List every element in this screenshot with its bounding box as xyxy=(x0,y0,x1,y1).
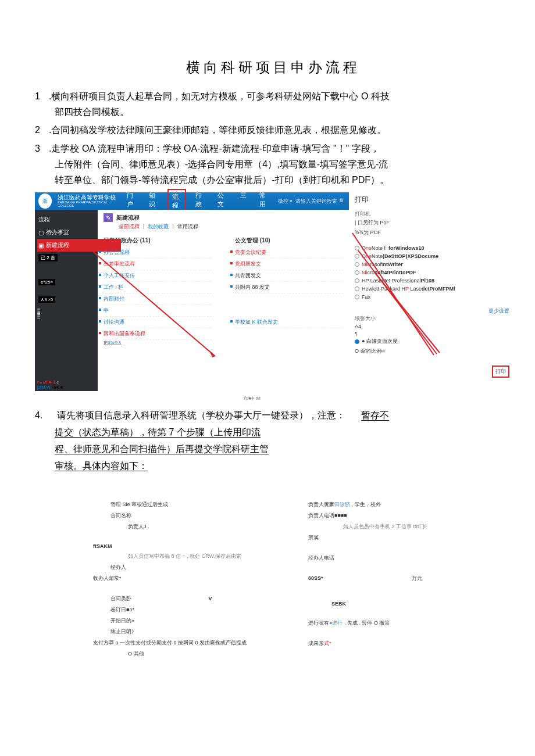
flow-link[interactable]: 工作 i 栏 xyxy=(104,282,212,293)
menu-icon[interactable]: ≡≡≡ xyxy=(37,309,95,319)
printer-option[interactable]: OneNote(DeSttOP)XPSDocume xyxy=(355,252,509,260)
col-heading: 公文管理 (10) xyxy=(235,237,343,245)
paper-size[interactable]: A4 xyxy=(355,323,509,331)
form-note: 如人员色愚中有手机 2 工信事 tttt门F xyxy=(308,523,512,531)
form-label: 经办人 xyxy=(93,564,297,571)
form-label: 支付方莽 o 一次性支付或分期支付 0 按网词 0 发由窗鞠或产值提成 xyxy=(93,639,297,647)
form-label: 所属 xyxy=(308,534,512,542)
flow-link[interactable]: 办公会流程 xyxy=(104,247,212,259)
printer-option[interactable]: Fax xyxy=(355,293,509,301)
oa-main: ✎ 新建流程 全部流程 | 我的收藏 | 常用流程 日常行政办公 (11) 办公… xyxy=(98,210,349,391)
flow-link[interactable]: 出差审批流程 xyxy=(104,259,212,270)
form-label: 负责人黄豪田较脐 , 学生，校外 xyxy=(308,501,512,508)
printer-label: 打印机 xyxy=(355,210,509,218)
form-label: 卷订日■o* xyxy=(93,606,297,614)
form-label: ftSAKM xyxy=(93,543,297,549)
flow-link[interactable]: 因和出国备奉说程 xyxy=(104,328,212,340)
sidebar-footnote: n∧∧ttt■-王 xyxy=(37,380,56,384)
step-1: 1.横向科研项目负责人起草合同，如无对方模板，可参考科研处网站下载中心 O 科技… xyxy=(35,88,512,120)
form-label: 合同名称 xyxy=(93,512,297,519)
form-label: 进行状有●进行 . 先成 . 暂停 O 撤策 xyxy=(308,619,512,627)
form-label: 经办人电话 xyxy=(308,554,512,562)
school-logo-icon: 浙 xyxy=(38,194,52,209)
form-label: 台问类卧 V xyxy=(93,595,297,603)
subnav-item[interactable]: 常用流程 xyxy=(177,223,198,231)
flow-link[interactable]: 讨论沟通 xyxy=(104,317,212,328)
form-label: 负责人J . xyxy=(93,523,297,531)
form-label: SEBK xyxy=(308,601,512,607)
form-label: O 其他 xyxy=(93,650,297,658)
print-opt[interactable]: ¾¾为 POF xyxy=(355,228,509,238)
main-heading: 新建流程 xyxy=(116,214,140,222)
school-name-en: ZHEJIANG PHARMACEUTICAL COLLEGE xyxy=(58,200,117,207)
printer-option[interactable]: Hewlett-Packard HP LasedctProMFPMl xyxy=(355,285,509,293)
printer-option[interactable]: MicrosoftntWriter xyxy=(355,260,509,268)
sidebar-tag: 已 2 首 xyxy=(38,254,58,261)
flow-link[interactable]: 党委会议纪要 xyxy=(235,247,343,259)
sidebar-tag: e*25« xyxy=(38,279,55,285)
form-label: 终止日明》 xyxy=(93,628,297,636)
flow-link[interactable]: 个人工作安传 xyxy=(104,270,212,282)
form-label: 成果形式* xyxy=(308,640,512,647)
print-heading: 打印 xyxy=(355,195,509,205)
flow-link[interactable]: 党用脐发文 xyxy=(235,259,343,270)
step-3: 3.走学校 OA 流程申请用印：学校 OA-流程-新建流程-印章申请-填写含 "… xyxy=(35,141,512,188)
form-label: 收办人邮常* xyxy=(93,575,297,582)
fit-option[interactable]: O 缩的比例∞ xyxy=(355,346,509,356)
form-label: 管理 Sie 审核通过后生成 xyxy=(93,501,297,508)
fit-option[interactable]: ● 白罐页面次度 xyxy=(355,336,509,346)
flow-link[interactable]: 申 xyxy=(104,305,212,317)
oa-sidebar: 流程 ▢ 待办事宜 ▣ 新建流程 已 2 首 e*25« ∧∧>5 ≡≡≡ n∧… xyxy=(35,210,98,391)
oa-panel: 浙 浙江医药高等专科学校 ZHEJIANG PHARMACEUTICAL COL… xyxy=(35,192,349,391)
flow-link[interactable]: 共青团发文 xyxy=(235,270,343,282)
flow-link[interactable]: 学校如 K 联合发文 xyxy=(235,317,343,328)
printer-option[interactable]: HP LaserJet ProfessionalPl108 xyxy=(355,277,509,285)
sidebar-footnote: [2IM-W. xyxy=(37,385,51,389)
subnav-item[interactable]: 全部流程 xyxy=(119,223,140,231)
oa-search[interactable]: 微控 ▾ 请输入关键词搜索 🔍 xyxy=(278,198,345,205)
print-panel: 打印 打印机 | 口另行为 PoF ¾¾为 POF OneNote f forW… xyxy=(352,192,512,391)
form-note: 如人员信写中布褊 8 信 = , 就处 CRW,保存后由索 xyxy=(93,553,297,560)
step-4: 4. 请先将项目信息录入科研管理系统（学校办事大厅一键登录），注意： 暂存不 提… xyxy=(35,407,512,474)
printer-option[interactable]: OneNote f forWindows10 xyxy=(355,244,509,252)
screenshot-row: 浙 浙江医药高等专科学校 ZHEJIANG PHARMACEUTICAL COL… xyxy=(35,192,512,391)
more-settings-link[interactable]: 更少设置 xyxy=(355,307,509,315)
sidebar-section: 流程 xyxy=(37,213,95,226)
form-area: 管理 Sie 审核通过后生成 合同名称 负责人J . ftSAKM 如人员信写中… xyxy=(35,497,512,661)
col-foot: ]Fβ¾Φ∧ xyxy=(104,340,212,345)
print-opt[interactable]: | 口另行为 PoF xyxy=(355,218,509,228)
paper-label: 纸张大小 xyxy=(355,315,509,323)
step-2: 2.合同初稿发学校法律顾问王豪律师邮箱，等律师反馈律师意见表，根据意见修改。 xyxy=(35,122,512,138)
form-label: 开始日的» xyxy=(93,617,297,625)
flow-link[interactable]: 内部财付 xyxy=(104,293,212,305)
printer-option[interactable]: Microsoft4tPrinttoPDF xyxy=(355,268,509,277)
new-flow-icon: ✎ xyxy=(104,213,113,222)
subnav-item[interactable]: 我的收藏 xyxy=(148,223,169,231)
page-title: 横向科研项目申办流程 xyxy=(35,58,512,77)
form-label: 60SS* 万元 xyxy=(308,575,512,582)
school-name: 浙江医药高等专科学校 xyxy=(58,195,117,200)
sidebar-item-todo[interactable]: ▢ 待办事宜 xyxy=(37,226,95,239)
sidebar-tag: ∧∧>5 xyxy=(38,296,55,303)
print-button[interactable]: 打印 xyxy=(492,366,509,378)
flow-link[interactable]: 共附内 88 发文 xyxy=(235,282,343,293)
form-label: 负责人电话■■■■ xyxy=(308,512,512,519)
screenshot-caption: 印■中 IM xyxy=(244,396,512,402)
